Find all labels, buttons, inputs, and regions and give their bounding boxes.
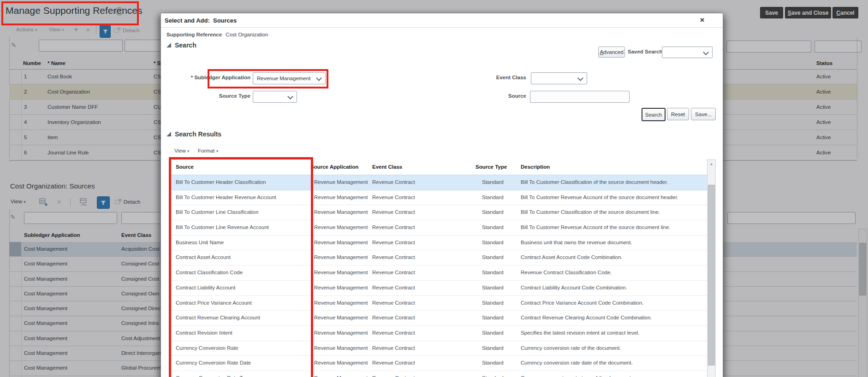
cell-source-application: Revenue Management [314, 281, 368, 295]
subledger-application-label: * Subledger Application [175, 75, 250, 80]
cell-event-class: Revenue Contract [372, 281, 415, 295]
advanced-accesskey: A [600, 49, 603, 55]
cell-source-type: Standard [482, 265, 504, 280]
cell-description: Currency conversion rate of the document… [521, 341, 621, 356]
column-header-description[interactable]: Description [521, 159, 550, 174]
cell-source-type: Standard [482, 341, 504, 356]
cell-description: Bill To Customer Revenue Account of the … [521, 190, 678, 205]
cell-source-type: Standard [482, 205, 504, 220]
cell-event-class: Revenue Contract [372, 220, 415, 235]
results-row[interactable]: Bill To Customer Line Revenue Account Re… [170, 220, 707, 236]
cell-source-type: Standard [482, 236, 504, 250]
cell-event-class: Revenue Contract [372, 250, 415, 265]
results-row[interactable]: Bill To Customer Header Classification R… [170, 175, 707, 190]
save-search-button[interactable]: Save... [691, 108, 716, 120]
cell-source-application: Revenue Management [314, 341, 368, 356]
results-row[interactable]: Contract Classification Code Revenue Man… [170, 265, 707, 281]
reset-button[interactable]: Reset [667, 108, 689, 120]
source-type-select[interactable] [253, 91, 297, 103]
search-section-toggle-icon[interactable] [166, 43, 171, 47]
cell-event-class: Revenue Contract [372, 356, 415, 371]
results-row[interactable]: Contract Liability Account Revenue Manag… [170, 281, 707, 296]
cell-description: Contract Liability Account Code Combinat… [521, 281, 627, 295]
source-type-label: Source Type [175, 93, 250, 99]
cell-description: Currency conversion rate type of the doc… [521, 371, 632, 377]
cell-description: Bill To Customer Classification of the s… [521, 205, 660, 220]
cell-source: Contract Asset Account [176, 250, 231, 265]
source-input[interactable] [530, 91, 630, 103]
results-row[interactable]: Bill To Customer Header Revenue Account … [170, 190, 707, 206]
cell-description: Specifies the latest revision intent at … [521, 326, 640, 341]
cell-source: Contract Classification Code [176, 265, 243, 280]
supporting-reference-label: Supporting Reference [166, 32, 222, 37]
close-icon[interactable]: ✕ [700, 17, 705, 24]
cell-source-type: Standard [482, 281, 504, 295]
cell-source: Bill To Customer Header Revenue Account [176, 190, 276, 205]
cell-source-application: Revenue Management [314, 296, 368, 311]
supporting-reference-row: Supporting Reference Cost Organization [166, 32, 268, 37]
cell-source-type: Standard [482, 311, 504, 325]
cell-description: Contract Revenue Clearing Account Code C… [521, 311, 652, 325]
search-button[interactable]: Search [642, 108, 666, 121]
saved-search-select[interactable] [662, 47, 713, 58]
cell-source-type: Standard [482, 326, 504, 341]
results-table-body: Bill To Customer Header Classification R… [170, 175, 707, 377]
event-class-select[interactable] [531, 72, 587, 84]
cell-description: Revenue Contract Classification Code. [521, 265, 612, 280]
cell-source-application: Revenue Management [314, 205, 368, 220]
scrollbar-thumb[interactable] [708, 185, 715, 365]
cell-source-application: Revenue Management [314, 311, 368, 325]
chevron-down-icon [287, 94, 293, 100]
cell-source: Contract Revenue Clearing Account [176, 311, 260, 325]
results-row[interactable]: Business Unit Name Revenue Management Re… [170, 236, 707, 251]
dialog-title: Select and Add: Sources [165, 17, 237, 24]
chevron-down-icon [316, 75, 322, 81]
column-header-source-application[interactable]: Source Application [310, 159, 358, 174]
cell-source: Contract Liability Account [176, 281, 235, 295]
cell-source: Contract Revision Intent [176, 326, 232, 341]
results-section-toggle-icon[interactable] [166, 132, 171, 136]
cell-source: Currency Conversion Rate [176, 341, 238, 356]
cell-source: Business Unit Name [176, 236, 224, 250]
cell-event-class: Revenue Contract [372, 265, 415, 280]
cell-source-application: Revenue Management [314, 190, 368, 205]
subledger-application-select[interactable]: Revenue Management [253, 72, 326, 84]
cell-source: Bill To Customer Line Revenue Account [176, 220, 269, 235]
column-header-event-class[interactable]: Event Class [372, 159, 402, 174]
results-scrollbar[interactable]: ▲ [707, 159, 716, 377]
column-header-source-type[interactable]: Source Type [476, 159, 507, 174]
cell-source-type: Standard [482, 220, 504, 235]
cell-source-type: Standard [482, 371, 504, 377]
results-row[interactable]: Currency Conversion Rate Type Revenue Ma… [170, 371, 707, 377]
advanced-button[interactable]: Advanced [598, 47, 625, 58]
cell-event-class: Revenue Contract [372, 175, 415, 190]
cell-source: Currency Conversion Rate Date [176, 356, 251, 371]
scroll-up-icon[interactable]: ▲ [707, 162, 715, 165]
results-row[interactable]: Currency Conversion Rate Date Revenue Ma… [170, 356, 707, 371]
results-row[interactable]: Contract Price Variance Account Revenue … [170, 296, 707, 311]
cell-description: Business unit that owns the revenue docu… [521, 236, 632, 250]
results-row[interactable]: Contract Revision Intent Revenue Managem… [170, 326, 707, 341]
dialog-header: Select and Add: Sources ✕ [161, 13, 723, 28]
cell-event-class: Revenue Contract [372, 341, 415, 356]
results-table-header: Source Source Application Event Class So… [170, 159, 707, 175]
results-view-menu[interactable]: View ▾ [174, 148, 189, 153]
results-section-title: Search Results [175, 130, 221, 138]
cell-source-application: Revenue Management [314, 326, 368, 341]
cell-source: Contract Price Variance Account [176, 296, 252, 311]
results-row[interactable]: Contract Asset Account Revenue Managemen… [170, 250, 707, 265]
results-row[interactable]: Contract Revenue Clearing Account Revenu… [170, 311, 707, 326]
cell-source: Bill To Customer Line Classification [176, 205, 258, 220]
results-row[interactable]: Currency Conversion Rate Revenue Managem… [170, 341, 707, 356]
cell-description: Contract Price Variance Account Code Com… [521, 296, 643, 311]
cell-description: Bill To Customer Classification of the s… [521, 175, 668, 190]
cell-event-class: Revenue Contract [372, 326, 415, 341]
column-header-source[interactable]: Source [176, 159, 194, 174]
results-format-menu[interactable]: Format ▾ [198, 148, 218, 153]
select-and-add-sources-dialog: Select and Add: Sources ✕ Supporting Ref… [161, 13, 723, 377]
cell-source-application: Revenue Management [314, 356, 368, 371]
cell-source-application: Revenue Management [314, 371, 368, 377]
chevron-down-icon [577, 75, 583, 81]
event-class-label: Event Class [436, 75, 526, 80]
results-row[interactable]: Bill To Customer Line Classification Rev… [170, 205, 707, 220]
